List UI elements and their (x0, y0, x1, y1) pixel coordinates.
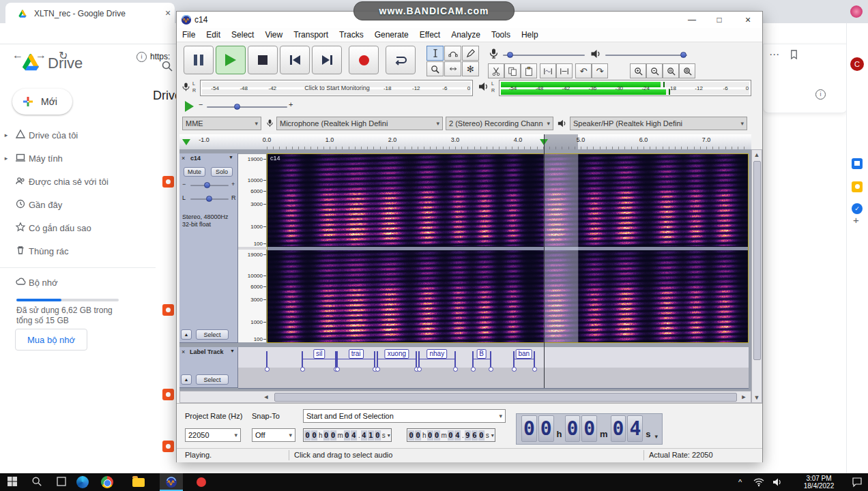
file-icon[interactable] (162, 304, 174, 316)
track-menu-icon[interactable]: ▼ (229, 155, 233, 160)
collapse-track-button[interactable]: ▲ (181, 329, 192, 340)
fit-project-button[interactable] (679, 63, 695, 78)
label-end-dot[interactable] (453, 367, 458, 372)
sidebar-item-recent[interactable]: Gần đây (0, 194, 156, 215)
zoom-out-button[interactable] (646, 63, 663, 78)
play-at-speed-icon[interactable] (185, 101, 194, 112)
time-dropdown-icon[interactable]: ▾ (491, 432, 494, 438)
trim-button[interactable] (540, 63, 556, 78)
file-icon[interactable] (162, 389, 174, 400)
menu-transport[interactable]: Transport (288, 29, 334, 41)
vertical-scrollbar[interactable]: ▲ ▼ (751, 149, 762, 403)
menu-file[interactable]: File (177, 29, 201, 41)
expand-caret-icon[interactable]: ▸ (0, 132, 12, 138)
spectrogram-canvas[interactable] (267, 153, 749, 343)
file-icon[interactable] (162, 441, 174, 452)
playback-volume-slider[interactable] (605, 55, 687, 56)
selection-tool-button[interactable] (426, 46, 444, 61)
fit-selection-button[interactable] (663, 63, 679, 78)
menu-analyze[interactable]: Analyze (446, 29, 486, 41)
menu-tracks[interactable]: Tracks (334, 29, 369, 41)
solo-button[interactable]: Solo (211, 167, 233, 177)
minimize-button[interactable]: — (679, 12, 705, 28)
label-text[interactable]: B (476, 349, 487, 359)
silence-button[interactable] (556, 63, 573, 78)
timeshift-tool-button[interactable] (444, 61, 461, 76)
label-start-dot[interactable] (417, 367, 422, 372)
scroll-up-icon[interactable]: ▲ (752, 151, 762, 158)
audio-host-select[interactable]: MME▾ (182, 117, 261, 130)
label-start-dot[interactable] (471, 367, 476, 372)
track-name[interactable]: c14 (190, 155, 201, 162)
profile-avatar-top[interactable] (850, 5, 863, 18)
menu-view[interactable]: View (259, 29, 288, 41)
bandicam-record-icon[interactable] (197, 477, 206, 487)
label-track-select-button[interactable]: Select (196, 374, 229, 385)
label-start-handle[interactable] (302, 351, 303, 368)
track-select-button[interactable]: Select (196, 329, 229, 340)
label-start-dot[interactable] (335, 367, 340, 372)
calendar-icon[interactable] (852, 158, 863, 169)
track-control-panel[interactable]: × c14 ▼ Mute Solo − + L R Stereo, 48000H… (179, 153, 238, 343)
zoom-in-button[interactable] (630, 63, 646, 78)
h-scroll-thumb[interactable] (274, 393, 737, 402)
input-device-select[interactable]: Microphone (Realtek High Defini▾ (276, 117, 443, 130)
monitor-text[interactable]: Click to Start Monitoring (201, 85, 474, 91)
label-point-stem[interactable] (266, 351, 267, 368)
label-track-close-icon[interactable]: × (182, 348, 185, 355)
cut-button[interactable] (488, 63, 504, 78)
redo-button[interactable]: ↷ (592, 63, 608, 78)
time-dropdown-icon[interactable]: ▾ (654, 431, 658, 442)
collapse-label-track-button[interactable]: ▲ (181, 374, 192, 385)
label-text[interactable]: ban (515, 349, 532, 359)
track-close-icon[interactable]: × (182, 155, 185, 162)
record-volume-slider[interactable] (503, 55, 585, 56)
sidebar-item-storage[interactable]: Bộ nhớ (0, 271, 156, 293)
label-end-handle[interactable] (416, 351, 417, 368)
label-start-dot[interactable] (512, 367, 517, 372)
label-start-dot[interactable] (375, 367, 380, 372)
label-track-menu-icon[interactable]: ▼ (230, 348, 235, 353)
draw-tool-button[interactable] (462, 46, 479, 61)
tasks-icon[interactable]: ✓ (852, 203, 863, 214)
pause-button[interactable] (184, 46, 214, 74)
envelope-tool-button[interactable] (444, 46, 461, 61)
taskbar-search-icon[interactable] (31, 476, 42, 487)
task-view-icon[interactable] (56, 476, 67, 487)
label-text[interactable]: trai (349, 349, 364, 359)
selection-mode-select[interactable]: Start and End of Selection ▾ (303, 409, 506, 423)
channels-select[interactable]: 2 (Stereo) Recording Chann▾ (446, 117, 553, 130)
menu-effect[interactable]: Effect (414, 29, 446, 41)
gain-thumb[interactable] (204, 182, 210, 188)
bookmark-icon[interactable] (790, 50, 798, 60)
paste-button[interactable] (521, 63, 537, 78)
label-start-dot[interactable] (300, 367, 305, 372)
selection-end-field[interactable]: 00h00m04.960s▾ (407, 428, 495, 442)
volume-icon[interactable] (772, 477, 783, 487)
label-start-handle[interactable] (418, 351, 420, 368)
undo-button[interactable]: ↶ (575, 63, 592, 78)
maximize-button[interactable]: □ (706, 12, 732, 28)
label-track-control-panel[interactable]: × Label Track ▼ ▲ Select (179, 347, 238, 388)
snap-to-select[interactable]: Off ▾ (252, 428, 295, 442)
file-icon[interactable] (162, 176, 174, 188)
scroll-left-icon[interactable]: ◄ (261, 393, 272, 400)
label-start-handle[interactable] (472, 351, 474, 368)
add-addon-icon[interactable]: + (853, 214, 859, 226)
label-end-handle[interactable] (534, 351, 535, 368)
new-button[interactable]: Mới (12, 89, 72, 115)
info-icon[interactable]: i (815, 89, 826, 100)
label-track-content[interactable]: siltraixuongnhayBban (238, 347, 749, 389)
play-speed-slider[interactable] (207, 106, 287, 108)
audio-position-display[interactable]: 00h00m04s▾ (516, 413, 663, 445)
label-end-dot[interactable] (532, 367, 537, 372)
sidebar-item-starred[interactable]: Có gắn dấu sao (0, 217, 156, 239)
project-rate-select[interactable]: 22050 ▾ (185, 428, 241, 442)
label-end-handle[interactable] (374, 351, 375, 368)
skip-to-end-button[interactable] (312, 46, 342, 74)
label-text[interactable]: sil (313, 349, 325, 359)
v-scroll-thumb[interactable] (753, 161, 761, 360)
tray-chevron-icon[interactable]: ^ (738, 479, 742, 486)
menu-generate[interactable]: Generate (369, 29, 414, 41)
menu-edit[interactable]: Edit (201, 29, 226, 41)
